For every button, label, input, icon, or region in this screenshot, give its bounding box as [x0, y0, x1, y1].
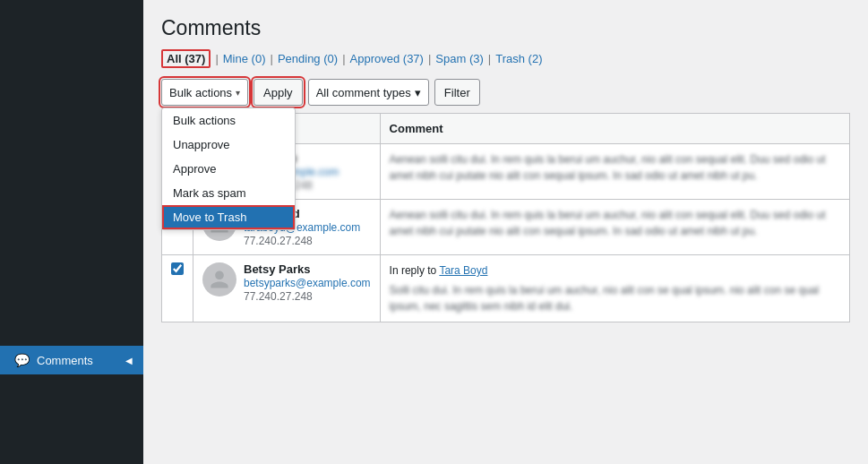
dropdown-item-mark-as-spam[interactable]: Mark as spam [162, 181, 295, 205]
filter-button[interactable]: Filter [434, 79, 480, 106]
comment-type-label: All comment types [316, 86, 411, 99]
tab-pending[interactable]: Pending (0) [278, 52, 338, 65]
row-2-comment-text: Aenean solli citu dui. In rem quis la be… [390, 207, 840, 239]
comment-type-chevron-icon: ▾ [415, 86, 421, 99]
row-3-author-cell: Betsy Parks betsyparks@example.com 77.24… [193, 255, 381, 322]
row-1-comment-cell: Aenean solli citu dui. In rem quis la be… [380, 144, 849, 200]
tab-all[interactable]: All (37) [161, 49, 211, 68]
row-3-author-ip: 77.240.27.248 [244, 290, 371, 303]
row-3-checkbox[interactable] [171, 262, 184, 275]
row-3-author-name: Betsy Parks [244, 262, 371, 276]
dropdown-item-approve[interactable]: Approve [162, 157, 295, 181]
dropdown-item-unapprove[interactable]: Unapprove [162, 133, 295, 157]
chevron-down-icon: ▾ [236, 88, 240, 98]
tab-trash[interactable]: Trash (2) [495, 52, 542, 65]
bulk-actions-select[interactable]: Bulk actions ▾ [161, 79, 248, 106]
table-row: Betsy Parks betsyparks@example.com 77.24… [162, 255, 850, 322]
page-title: Comments [161, 16, 850, 40]
row-3-comment-text: Solli citu dui. In rem quis la berui um … [390, 282, 840, 314]
row-2-author-ip: 77.240.27.248 [244, 235, 360, 247]
bulk-actions-wrapper: Bulk actions ▾ Bulk actions Unapprove Ap… [161, 79, 248, 106]
row-3-checkbox-cell [162, 255, 193, 322]
row-2-comment-cell: Aenean solli citu dui. In rem quis la be… [380, 200, 849, 255]
row-3-in-reply: In reply to Tara Boyd [390, 262, 840, 279]
col-header-comment: Comment [380, 114, 849, 144]
row-3-avatar [202, 262, 236, 296]
sidebar: 💬 Comments ◀ [0, 0, 143, 464]
tab-mine[interactable]: Mine (0) [223, 52, 266, 65]
person-icon [209, 269, 230, 290]
apply-button[interactable]: Apply [254, 79, 303, 106]
sidebar-item-comments[interactable]: 💬 Comments ◀ [0, 346, 143, 374]
dropdown-item-move-to-trash[interactable]: Move to Trash [162, 205, 295, 229]
row-3-author-info: Betsy Parks betsyparks@example.com 77.24… [202, 262, 371, 303]
table-toolbar: Bulk actions ▾ Bulk actions Unapprove Ap… [161, 79, 850, 106]
dropdown-item-bulk-actions[interactable]: Bulk actions [162, 108, 295, 133]
bulk-actions-dropdown: Bulk actions Unapprove Approve Mark as s… [161, 107, 296, 230]
tab-spam[interactable]: Spam (3) [435, 52, 484, 65]
comment-icon: 💬 [14, 353, 30, 367]
sidebar-arrow-icon: ◀ [125, 356, 133, 365]
in-reply-link[interactable]: Tara Boyd [439, 264, 487, 277]
row-3-author-email: betsyparks@example.com [244, 277, 371, 289]
row-3-author-details: Betsy Parks betsyparks@example.com 77.24… [244, 262, 371, 303]
row-1-comment-text: Aenean solli citu dui. In rem quis la be… [390, 151, 840, 184]
sidebar-item-label: Comments [37, 354, 93, 367]
tab-approved[interactable]: Approved (37) [350, 52, 424, 65]
comment-type-select[interactable]: All comment types ▾ [308, 79, 429, 106]
bulk-actions-label: Bulk actions [169, 86, 232, 99]
tab-nav: All (37) | Mine (0) | Pending (0) | Appr… [161, 49, 850, 68]
row-3-comment-cell: In reply to Tara Boyd Solli citu dui. In… [380, 255, 849, 322]
main-content: Comments All (37) | Mine (0) | Pending (… [143, 0, 868, 464]
